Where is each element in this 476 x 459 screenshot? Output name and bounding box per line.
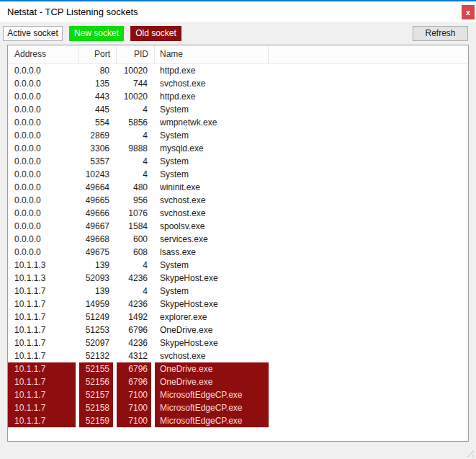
cell-name: wmpnetwk.exe <box>155 116 269 129</box>
new-socket-button[interactable]: New socket <box>69 26 124 41</box>
cell-name: mysqld.exe <box>155 142 269 155</box>
column-header-address[interactable]: Address <box>8 45 79 63</box>
cell-name: System <box>155 285 269 298</box>
table-row[interactable]: 0.0.0.049668600services.exe <box>8 233 468 246</box>
cell-address: 0.0.0.0 <box>8 77 76 90</box>
resize-grip[interactable] <box>464 447 474 457</box>
cell-port: 14959 <box>79 298 113 311</box>
cell-address: 0.0.0.0 <box>8 142 76 155</box>
cell-name: svchost.exe <box>155 349 269 362</box>
cell-name: wininit.exe <box>155 181 269 194</box>
cell-address: 10.1.1.7 <box>8 362 76 375</box>
column-header-filler <box>269 45 468 63</box>
table-row[interactable]: 10.1.1.7521577100MicrosoftEdgeCP.exe <box>8 388 468 401</box>
cell-pid: 4 <box>117 285 151 298</box>
cell-address: 0.0.0.0 <box>8 129 76 142</box>
table-row[interactable]: 10.1.1.7521556796OneDrive.exe <box>8 362 468 375</box>
column-header-name[interactable]: Name <box>155 45 269 63</box>
table-row[interactable]: 10.1.1.3520934236SkypeHost.exe <box>8 272 468 285</box>
column-header-pid[interactable]: PID <box>117 45 155 63</box>
cell-name: System <box>155 103 269 116</box>
cell-port: 51249 <box>79 311 113 324</box>
table-row[interactable]: 10.1.1.7520974236SkypeHost.exe <box>8 337 468 349</box>
cell-port: 135 <box>79 77 113 90</box>
cell-address: 10.1.1.7 <box>8 298 76 311</box>
table-row[interactable]: 0.0.0.0496661076svchost.exe <box>8 207 468 220</box>
table-row[interactable]: 0.0.0.033069888mysqld.exe <box>8 142 468 155</box>
table-row[interactable]: 0.0.0.08010020httpd.exe <box>8 64 468 77</box>
table-row[interactable]: 10.1.1.31394System <box>8 259 468 272</box>
table-row[interactable]: 10.1.1.7521587100MicrosoftEdgeCP.exe <box>8 401 468 414</box>
cell-port: 49666 <box>79 207 113 220</box>
cell-name: svchost.exe <box>155 194 269 207</box>
cell-name: httpd.exe <box>155 64 269 77</box>
cell-pid: 7100 <box>117 388 151 401</box>
column-header-port[interactable]: Port <box>79 45 117 63</box>
cell-port: 51253 <box>79 324 113 337</box>
cell-address: 10.1.1.7 <box>8 324 76 337</box>
window-title: Netstat - TCP Listening sockets <box>7 1 138 22</box>
cell-port: 3306 <box>79 142 113 155</box>
cell-address: 10.1.1.7 <box>8 375 76 388</box>
cell-port: 139 <box>79 259 113 272</box>
table-row[interactable]: 0.0.0.049664480wininit.exe <box>8 181 468 194</box>
cell-port: 49664 <box>79 181 113 194</box>
socket-table: Address Port PID Name 0.0.0.08010020http… <box>7 45 469 442</box>
table-row[interactable]: 0.0.0.053574System <box>8 155 468 168</box>
refresh-button[interactable]: Refresh <box>413 26 468 41</box>
table-row[interactable]: 10.1.1.7521597100MicrosoftEdgeCP.exe <box>8 414 468 427</box>
table-row[interactable]: 0.0.0.0135744svchost.exe <box>8 77 468 90</box>
cell-address: 10.1.1.3 <box>8 259 76 272</box>
cell-pid: 1076 <box>117 207 151 220</box>
cell-pid: 744 <box>117 77 151 90</box>
cell-name: System <box>155 155 269 168</box>
table-header: Address Port PID Name <box>8 45 468 64</box>
cell-address: 10.1.1.7 <box>8 388 76 401</box>
cell-name: explorer.exe <box>155 311 269 324</box>
table-row[interactable]: 10.1.1.7512536796OneDrive.exe <box>8 324 468 337</box>
cell-pid: 10020 <box>117 90 151 103</box>
cell-port: 52156 <box>79 375 113 388</box>
table-row[interactable]: 0.0.0.05545856wmpnetwk.exe <box>8 116 468 129</box>
table-row[interactable]: 0.0.0.0496671584spoolsv.exe <box>8 220 468 233</box>
table-row[interactable]: 0.0.0.049675608lsass.exe <box>8 246 468 259</box>
cell-pid: 4236 <box>117 337 151 349</box>
table-row[interactable]: 10.1.1.71394System <box>8 285 468 298</box>
cell-address: 0.0.0.0 <box>8 90 76 103</box>
cell-port: 49668 <box>79 233 113 246</box>
cell-address: 10.1.1.7 <box>8 414 76 427</box>
table-row[interactable]: 0.0.0.049665956svchost.exe <box>8 194 468 207</box>
cell-pid: 4 <box>117 155 151 168</box>
cell-address: 10.1.1.7 <box>8 311 76 324</box>
cell-pid: 4 <box>117 129 151 142</box>
cell-pid: 7100 <box>117 401 151 414</box>
cell-name: MicrosoftEdgeCP.exe <box>155 388 269 401</box>
active-socket-button[interactable]: Active socket <box>3 26 63 41</box>
cell-address: 10.1.1.7 <box>8 349 76 362</box>
old-socket-button[interactable]: Old socket <box>130 26 181 41</box>
table-row[interactable]: 0.0.0.028694System <box>8 129 468 142</box>
table-row[interactable]: 0.0.0.04454System <box>8 103 468 116</box>
cell-pid: 6796 <box>117 324 151 337</box>
cell-address: 0.0.0.0 <box>8 246 76 259</box>
cell-pid: 4 <box>117 103 151 116</box>
cell-port: 554 <box>79 116 113 129</box>
title-bar[interactable]: Netstat - TCP Listening sockets <box>0 1 476 22</box>
table-row[interactable]: 10.1.1.7521324312svchost.exe <box>8 349 468 362</box>
table-row[interactable]: 10.1.1.7512491492explorer.exe <box>8 311 468 324</box>
cell-address: 10.1.1.7 <box>8 337 76 349</box>
table-row[interactable]: 0.0.0.0102434System <box>8 168 468 181</box>
cell-port: 52159 <box>79 414 113 427</box>
cell-pid: 6796 <box>117 375 151 388</box>
table-row[interactable]: 10.1.1.7521566796OneDrive.exe <box>8 375 468 388</box>
cell-pid: 4236 <box>117 298 151 311</box>
cell-port: 80 <box>79 64 113 77</box>
cell-pid: 5856 <box>117 116 151 129</box>
cell-port: 49675 <box>79 246 113 259</box>
table-row[interactable]: 0.0.0.044310020httpd.exe <box>8 90 468 103</box>
cell-port: 2869 <box>79 129 113 142</box>
cell-pid: 956 <box>117 194 151 207</box>
cell-port: 139 <box>79 285 113 298</box>
close-button[interactable]: x <box>462 5 475 19</box>
table-row[interactable]: 10.1.1.7149594236SkypeHost.exe <box>8 298 468 311</box>
